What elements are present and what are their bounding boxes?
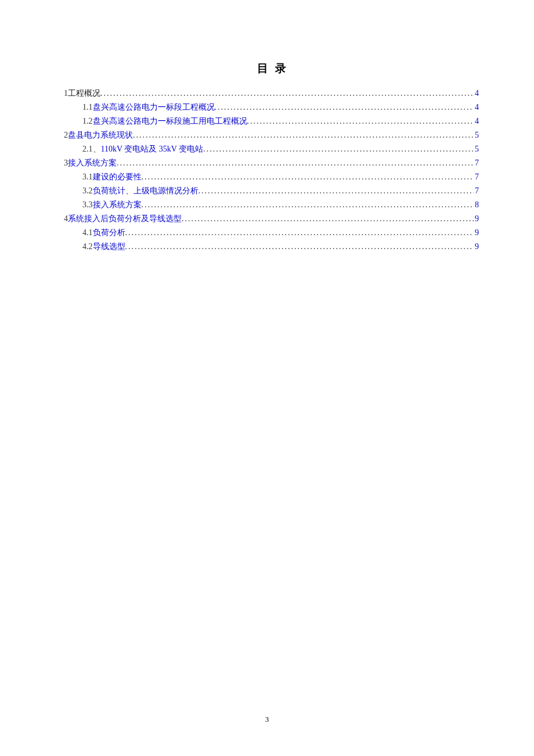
toc-entry-text: 工程概况: [68, 87, 100, 100]
toc-entry-number: 4.1: [82, 226, 93, 240]
toc-leader-dots: [247, 114, 474, 128]
toc-entry-page: 9: [474, 212, 479, 226]
toc-entry-page: 7: [474, 184, 479, 198]
toc-entry-number: 4: [64, 212, 68, 226]
toc-leader-dots: [125, 226, 474, 240]
page-number: 3: [0, 715, 534, 724]
toc-entry-number: 3.3: [82, 198, 93, 212]
toc-entry[interactable]: 3 接入系统方案7: [64, 156, 479, 170]
toc-entry-page: 9: [474, 226, 479, 240]
toc-entry[interactable]: 4.2 导线选型9: [64, 240, 479, 254]
toc-entry-page: 7: [474, 156, 479, 170]
toc-entry-text: 110kV 变电站及 35kV 变电站: [101, 142, 204, 156]
toc-entry-text: 负荷统计、上级电源情况分析: [93, 184, 199, 198]
toc-leader-dots: [133, 128, 474, 142]
toc-leader-dots: [215, 100, 474, 114]
toc-entry-number: 2: [64, 128, 68, 142]
toc-entry-page: 4: [474, 114, 479, 128]
toc-entry-text: 盘兴高速公路电力一标段施工用电工程概况: [93, 114, 247, 128]
toc-entry[interactable]: 2 盘县电力系统现状5: [64, 128, 479, 142]
toc-entry-number: 1.1: [82, 100, 93, 114]
toc-leader-dots: [199, 184, 474, 198]
toc-entry[interactable]: 1 工程概况4: [64, 87, 479, 100]
toc-leader-dots: [182, 212, 474, 226]
toc-leader-dots: [100, 87, 474, 100]
toc-entry-text: 建设的必要性: [93, 170, 142, 184]
toc-entry-page: 5: [474, 142, 479, 156]
toc-entry-page: 7: [474, 170, 479, 184]
toc-entry-page: 5: [474, 128, 479, 142]
toc-entry[interactable]: 1.1 盘兴高速公路电力一标段工程概况4: [64, 100, 479, 114]
toc-leader-dots: [142, 198, 474, 212]
toc-entry[interactable]: 4.1 负荷分析9: [64, 226, 479, 240]
toc-entry-text: 接入系统方案: [68, 156, 117, 170]
toc-entry[interactable]: 1.2 盘兴高速公路电力一标段施工用电工程概况4: [64, 114, 479, 128]
toc-entry[interactable]: 2.1、110kV 变电站及 35kV 变电站5: [64, 142, 479, 156]
toc-entry-number: 2.1、: [82, 142, 101, 156]
toc-entry-page: 9: [474, 240, 479, 254]
toc-leader-dots: [125, 240, 474, 254]
toc-entry-text: 负荷分析: [93, 226, 125, 240]
toc-entry-text: 盘兴高速公路电力一标段工程概况: [93, 100, 215, 114]
toc-entry-number: 1.2: [82, 114, 93, 128]
toc-entry-page: 4: [474, 87, 479, 100]
toc-leader-dots: [203, 142, 474, 156]
toc-entry-page: 4: [474, 100, 479, 114]
toc-entry-number: 3.2: [82, 184, 93, 198]
toc-entry-number: 4.2: [82, 240, 93, 254]
toc-title: 目录: [64, 61, 479, 76]
toc-entry[interactable]: 3.3 接入系统方案8: [64, 198, 479, 212]
toc-entry-number: 3.1: [82, 170, 93, 184]
toc-entry-text: 接入系统方案: [93, 198, 142, 212]
toc-list: 1 工程概况41.1 盘兴高速公路电力一标段工程概况41.2 盘兴高速公路电力一…: [64, 87, 479, 254]
toc-entry-text: 导线选型: [93, 240, 125, 254]
toc-entry[interactable]: 3.2 负荷统计、上级电源情况分析7: [64, 184, 479, 198]
toc-leader-dots: [142, 170, 474, 184]
toc-entry[interactable]: 4 系统接入后负荷分析及导线选型9: [64, 212, 479, 226]
toc-entry-text: 盘县电力系统现状: [68, 128, 133, 142]
toc-leader-dots: [117, 156, 474, 170]
toc-entry-number: 1: [64, 87, 68, 100]
toc-entry[interactable]: 3.1 建设的必要性7: [64, 170, 479, 184]
document-page: 目录 1 工程概况41.1 盘兴高速公路电力一标段工程概况41.2 盘兴高速公路…: [0, 0, 534, 254]
toc-entry-number: 3: [64, 156, 68, 170]
toc-entry-page: 8: [474, 198, 479, 212]
toc-entry-text: 系统接入后负荷分析及导线选型: [68, 212, 182, 226]
